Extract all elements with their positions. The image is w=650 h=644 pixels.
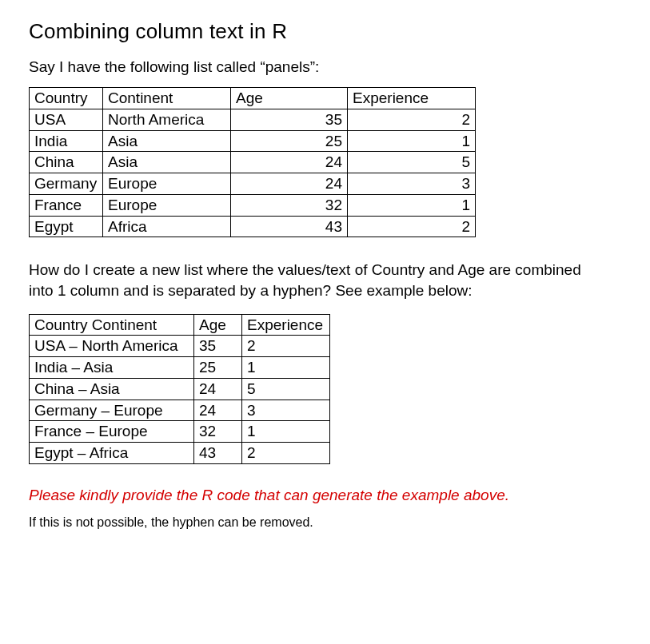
table-row: France – Europe 32 1 <box>30 421 330 443</box>
cell-country: USA <box>30 109 103 130</box>
cell-continent: Africa <box>103 216 231 237</box>
table-header-row: Country Continent Age Experience <box>30 88 476 109</box>
cell-country-continent: India – Asia <box>30 357 194 379</box>
col-header-age: Age <box>231 88 348 109</box>
cell-age: 43 <box>194 443 242 464</box>
cell-age: 35 <box>231 109 348 130</box>
table-row: India – Asia 25 1 <box>30 357 330 379</box>
cell-experience: 1 <box>242 357 330 379</box>
cell-country: India <box>30 130 103 152</box>
table-row: Germany – Europe 24 3 <box>30 400 330 421</box>
table-row: India Asia 25 1 <box>30 130 476 152</box>
table-row: Egypt Africa 43 2 <box>30 216 476 237</box>
table-panels: Country Continent Age Experience USA Nor… <box>29 87 476 237</box>
table-row: USA – North America 35 2 <box>30 336 330 357</box>
col-header-age: Age <box>194 314 242 336</box>
cell-continent: Asia <box>103 130 231 152</box>
cell-age: 32 <box>231 194 348 216</box>
table-row: China Asia 24 5 <box>30 152 476 173</box>
cell-age: 25 <box>231 130 348 152</box>
col-header-country: Country <box>30 88 103 109</box>
cell-experience: 2 <box>348 109 476 130</box>
cell-experience: 2 <box>242 336 330 357</box>
cell-experience: 5 <box>348 152 476 173</box>
table-result: Country Continent Age Experience USA – N… <box>29 314 330 464</box>
table-header-row: Country Continent Age Experience <box>30 314 330 336</box>
cell-experience: 2 <box>242 443 330 464</box>
cell-experience: 1 <box>242 421 330 443</box>
table-row: Egypt – Africa 43 2 <box>30 443 330 464</box>
cell-age: 24 <box>194 400 242 421</box>
col-header-experience: Experience <box>242 314 330 336</box>
cell-country: China <box>30 152 103 173</box>
col-header-experience: Experience <box>348 88 476 109</box>
cell-age: 32 <box>194 421 242 443</box>
table-row: China – Asia 24 5 <box>30 378 330 400</box>
cell-experience: 5 <box>242 378 330 400</box>
cell-country-continent: Egypt – Africa <box>30 443 194 464</box>
cell-country-continent: Germany – Europe <box>30 400 194 421</box>
intro-text: Say I have the following list called “pa… <box>29 58 621 76</box>
cell-continent: Europe <box>103 194 231 216</box>
cell-age: 24 <box>194 378 242 400</box>
table-row: Germany Europe 24 3 <box>30 173 476 195</box>
col-header-continent: Continent <box>103 88 231 109</box>
cell-age: 43 <box>231 216 348 237</box>
cell-continent: Europe <box>103 173 231 195</box>
cell-country: Germany <box>30 173 103 195</box>
cell-continent: North America <box>103 109 231 130</box>
col-header-country-continent: Country Continent <box>30 314 194 336</box>
cell-country: Egypt <box>30 216 103 237</box>
cell-experience: 3 <box>348 173 476 195</box>
cell-age: 24 <box>231 173 348 195</box>
request-text: Please kindly provide the R code that ca… <box>29 487 621 504</box>
cell-experience: 1 <box>348 130 476 152</box>
cell-country-continent: France – Europe <box>30 421 194 443</box>
cell-continent: Asia <box>103 152 231 173</box>
cell-experience: 2 <box>348 216 476 237</box>
cell-country: France <box>30 194 103 216</box>
cell-age: 25 <box>194 357 242 379</box>
cell-experience: 3 <box>242 400 330 421</box>
page-title: Combining column text in R <box>29 19 621 44</box>
cell-country-continent: USA – North America <box>30 336 194 357</box>
cell-age: 24 <box>231 152 348 173</box>
question-text: How do I create a new list where the val… <box>29 260 604 300</box>
note-text: If this is not possible, the hyphen can … <box>29 515 621 530</box>
table-row: USA North America 35 2 <box>30 109 476 130</box>
cell-country-continent: China – Asia <box>30 378 194 400</box>
cell-experience: 1 <box>348 194 476 216</box>
cell-age: 35 <box>194 336 242 357</box>
table-row: France Europe 32 1 <box>30 194 476 216</box>
